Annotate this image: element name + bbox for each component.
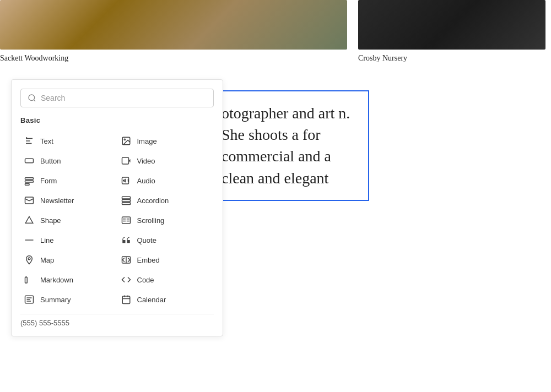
block-item-shape[interactable]: Shape	[20, 210, 117, 230]
svg-rect-5	[26, 137, 27, 139]
search-icon	[28, 94, 36, 102]
search-input[interactable]	[41, 94, 207, 102]
block-label-line: Line	[40, 236, 54, 244]
block-item-audio[interactable]: Audio	[117, 171, 214, 190]
gallery-section: Sackett Woodworking Crosby Nursery	[0, 0, 551, 74]
block-label-accordion: Accordion	[137, 197, 169, 205]
text-block[interactable]: otographer and art n. She shoots a for c…	[209, 90, 369, 201]
block-label-summary: Summary	[40, 296, 71, 304]
block-label-map: Map	[40, 256, 54, 264]
gallery-item-left: Sackett Woodworking	[0, 0, 347, 63]
block-label-image: Image	[137, 137, 157, 145]
block-item-quote[interactable]: Quote	[117, 230, 214, 250]
block-label-form: Form	[40, 177, 57, 185]
block-item-newsletter[interactable]: Newsletter	[20, 190, 117, 210]
section-header: Basic	[20, 116, 214, 124]
svg-line-1	[34, 100, 35, 101]
block-label-audio: Audio	[137, 177, 155, 185]
blocks-grid: Text Image	[20, 131, 214, 309]
shape-icon	[24, 215, 35, 226]
button-icon	[24, 155, 35, 166]
embed-icon	[121, 254, 132, 265]
svg-rect-19	[122, 217, 130, 224]
footer-phone: (555) 555-5555	[20, 319, 69, 327]
content-area: otographer and art n. She shoots a for c…	[215, 79, 551, 300]
scrolling-icon	[121, 215, 132, 226]
block-label-text: Text	[40, 137, 53, 145]
block-label-newsletter: Newsletter	[40, 197, 74, 205]
svg-rect-12	[25, 181, 34, 182]
svg-rect-34	[122, 296, 130, 304]
block-label-button: Button	[40, 157, 61, 165]
text-icon	[24, 135, 35, 146]
video-icon	[121, 155, 132, 166]
block-item-text[interactable]: Text	[20, 131, 117, 151]
picker-footer: (555) 555-5555	[20, 314, 214, 327]
block-item-summary[interactable]: Summary	[20, 290, 117, 309]
svg-rect-8	[25, 159, 34, 163]
svg-point-7	[124, 139, 125, 140]
form-icon	[24, 175, 35, 186]
block-item-form[interactable]: Form	[20, 171, 117, 190]
block-item-calendar[interactable]: Calendar	[117, 290, 214, 309]
block-label-code: Code	[137, 276, 154, 284]
svg-rect-17	[122, 200, 130, 202]
block-item-map[interactable]: Map	[20, 250, 117, 270]
block-label-video: Video	[137, 157, 155, 165]
search-bar[interactable]	[20, 89, 214, 107]
gallery-image-left	[0, 0, 347, 50]
markdown-icon	[24, 274, 35, 285]
gallery-label-left: Sackett Woodworking	[0, 54, 347, 63]
gallery-item-right: Crosby Nursery	[358, 0, 545, 63]
image-icon	[121, 135, 132, 146]
svg-rect-18	[122, 203, 130, 205]
svg-rect-11	[25, 178, 34, 179]
svg-point-25	[28, 258, 30, 260]
svg-rect-28	[25, 277, 28, 284]
block-item-embed[interactable]: Embed	[117, 250, 214, 270]
block-item-image[interactable]: Image	[117, 131, 214, 151]
block-label-quote: Quote	[137, 236, 156, 244]
quote-icon	[121, 235, 132, 246]
block-label-markdown: Markdown	[40, 276, 73, 284]
code-icon	[121, 274, 132, 285]
gallery-label-right: Crosby Nursery	[358, 54, 545, 63]
accordion-icon	[121, 195, 132, 206]
audio-icon	[121, 175, 132, 186]
block-item-markdown[interactable]: Markdown	[20, 270, 117, 290]
block-label-embed: Embed	[137, 256, 160, 264]
svg-rect-16	[122, 197, 130, 199]
block-item-code[interactable]: Code	[117, 270, 214, 290]
summary-icon	[24, 294, 35, 305]
block-item-video[interactable]: Video	[117, 151, 214, 171]
svg-rect-13	[25, 183, 30, 185]
newsletter-icon	[24, 195, 35, 206]
line-icon	[24, 235, 35, 246]
block-item-accordion[interactable]: Accordion	[117, 190, 214, 210]
block-item-line[interactable]: Line	[20, 230, 117, 250]
gallery-image-right	[358, 0, 545, 50]
block-label-scrolling: Scrolling	[137, 216, 165, 225]
map-icon	[24, 254, 35, 265]
calendar-icon	[121, 294, 132, 305]
block-label-calendar: Calendar	[137, 296, 166, 304]
svg-rect-9	[122, 157, 128, 164]
svg-point-0	[29, 95, 35, 101]
block-picker-panel: Basic Text	[11, 79, 223, 336]
text-content: otographer and art n. She shoots a for c…	[222, 105, 350, 187]
block-label-shape: Shape	[40, 216, 61, 225]
block-item-button[interactable]: Button	[20, 151, 117, 171]
block-item-scrolling[interactable]: Scrolling	[117, 210, 214, 230]
